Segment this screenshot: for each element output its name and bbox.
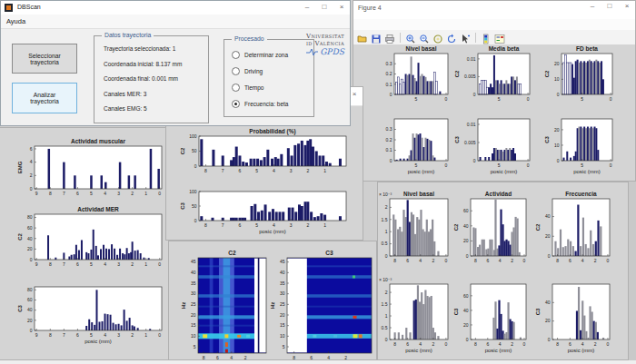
rotate-3d-icon[interactable] <box>446 32 457 43</box>
svg-text:6: 6 <box>76 261 79 267</box>
pan-icon[interactable] <box>432 32 443 43</box>
svg-text:8: 8 <box>556 341 559 347</box>
left-figure-window: 02469876543210Actividad muscularEMG 0204… <box>0 127 169 360</box>
data-cursor-icon[interactable] <box>460 32 471 43</box>
svg-text:Hz: Hz <box>270 302 275 309</box>
svg-text:20: 20 <box>463 238 469 243</box>
chart-probabilidad-c2: 05010087654321Probabilidad (%)C2 <box>199 136 346 166</box>
svg-text:6: 6 <box>76 332 79 338</box>
svg-text:20: 20 <box>545 233 551 239</box>
svg-text:Media beta: Media beta <box>489 45 520 52</box>
svg-text:0: 0 <box>158 332 161 338</box>
svg-text:4: 4 <box>581 258 584 263</box>
svg-text:0: 0 <box>444 341 447 347</box>
svg-text:Actividad MER: Actividad MER <box>77 206 119 212</box>
svg-text:40: 40 <box>27 236 33 241</box>
dato-canales-emg: Canales EMG: 5 <box>104 105 208 112</box>
menu-ayuda[interactable]: Ayuda <box>6 17 25 25</box>
svg-text:0.3: 0.3 <box>386 126 393 132</box>
close-icon[interactable]: × <box>337 3 346 11</box>
svg-text:2: 2 <box>432 341 434 347</box>
close-icon[interactable]: × <box>350 90 359 98</box>
app-titlebar[interactable]: DBScan – □ × <box>1 1 350 15</box>
svg-text:0: 0 <box>557 92 560 97</box>
svg-text:25: 25 <box>280 301 285 307</box>
svg-text:2: 2 <box>511 258 513 263</box>
universitat-valencia-logo: Vniversitat id València GPDS <box>300 33 351 56</box>
analizar-trayectoria-button[interactable]: Analizar trayectoria <box>12 83 77 113</box>
svg-text:Probabilidad (%): Probabilidad (%) <box>249 128 295 135</box>
svg-text:8: 8 <box>393 258 396 263</box>
spectrogram-figure-window: 510152025303540458642C2Hz 51015202530354… <box>168 241 377 360</box>
svg-text:C3: C3 <box>453 308 459 315</box>
radio-icon[interactable] <box>232 84 240 92</box>
chart-actividad-mer-c2: 0204060809876543210Actividad MERC2 <box>35 214 162 260</box>
svg-text:1: 1 <box>323 168 326 173</box>
svg-text:6: 6 <box>310 355 313 360</box>
svg-text:7: 7 <box>222 168 224 173</box>
svg-text:3: 3 <box>290 222 293 228</box>
chart-actividad-c2: 020406086420ActividadC2 <box>471 199 526 256</box>
svg-text:6: 6 <box>76 191 79 196</box>
chart-frecuencia-c2: 0204086420FrecuenciaC2 <box>552 199 610 256</box>
svg-text:20: 20 <box>27 246 33 251</box>
svg-text:4: 4 <box>104 191 106 196</box>
svg-text:8: 8 <box>393 341 396 347</box>
svg-text:6: 6 <box>569 341 571 347</box>
zoom-out-icon[interactable] <box>419 32 430 43</box>
minimize-icon[interactable]: – <box>303 3 312 11</box>
svg-text:0: 0 <box>473 92 476 97</box>
svg-text:60: 60 <box>27 225 33 231</box>
chart-f4-media-beta-c3: 00.0050.0150posic (mm)C3 <box>478 119 530 161</box>
svg-text:6: 6 <box>486 258 489 263</box>
radio-icon[interactable] <box>232 51 240 59</box>
svg-text:80: 80 <box>27 214 33 220</box>
svg-text:8: 8 <box>204 168 207 173</box>
open-icon[interactable] <box>357 32 368 43</box>
svg-text:0.01: 0.01 <box>467 56 476 62</box>
svg-text:0: 0 <box>610 162 612 168</box>
svg-text:8: 8 <box>204 222 207 228</box>
print-icon[interactable] <box>384 32 395 43</box>
datos-trayectoria-legend: Datos trayectoria <box>102 32 154 38</box>
svg-text:EMG: EMG <box>17 161 23 173</box>
svg-text:7: 7 <box>222 222 224 228</box>
insert-legend-icon[interactable] <box>494 32 505 43</box>
svg-text:50: 50 <box>192 203 197 209</box>
waveform-icon <box>306 47 319 56</box>
maximize-icon[interactable]: □ <box>320 3 329 11</box>
svg-text:0.2: 0.2 <box>386 71 393 76</box>
svg-text:50: 50 <box>192 148 197 153</box>
figure4-toolbar <box>353 30 635 45</box>
svg-text:8: 8 <box>49 261 52 267</box>
zoom-in-icon[interactable] <box>405 32 416 43</box>
chart-f4-nivel-basal-c3: 00.10.20.350posic (mm) <box>394 119 448 161</box>
svg-text:posic (mm): posic (mm) <box>405 348 432 353</box>
maximize-icon[interactable]: □ <box>605 2 614 10</box>
chart-f4-media-beta-c2: 00.0050.0150Media betaC2 <box>478 54 530 94</box>
svg-text:4: 4 <box>419 258 422 263</box>
seleccionar-trayectoria-button[interactable]: Seleccionar trayectoria <box>12 44 77 74</box>
svg-text:0: 0 <box>390 158 393 163</box>
close-icon[interactable]: × <box>622 2 631 10</box>
svg-text:C2: C2 <box>17 233 23 241</box>
radio-icon[interactable] <box>232 67 240 75</box>
svg-text:posic (mm): posic (mm) <box>259 229 286 234</box>
figure4-titlebar[interactable]: Figure 4 – □ × <box>353 1 635 20</box>
svg-text:2: 2 <box>385 290 388 295</box>
app-icon <box>5 4 13 12</box>
svg-text:4: 4 <box>104 332 106 338</box>
colorbar-icon[interactable] <box>481 32 492 43</box>
svg-text:C2: C2 <box>228 250 236 256</box>
radio-icon[interactable] <box>232 100 240 108</box>
chart-nivel-basal-c3: 00.511.5286420posic (mm)× 10⁻³ <box>390 284 448 339</box>
minimize-icon[interactable]: – <box>588 2 597 10</box>
svg-text:C3: C3 <box>180 202 185 210</box>
save-icon[interactable] <box>371 32 382 43</box>
svg-text:2: 2 <box>594 341 597 347</box>
radio-frecuencia-beta[interactable]: Frecuencia: beta <box>232 100 313 108</box>
radio-tiempo[interactable]: Tiempo <box>232 84 313 92</box>
svg-text:posic (mm): posic (mm) <box>568 348 595 353</box>
svg-text:0.005: 0.005 <box>464 140 476 145</box>
radio-driving[interactable]: Driving <box>232 67 313 75</box>
